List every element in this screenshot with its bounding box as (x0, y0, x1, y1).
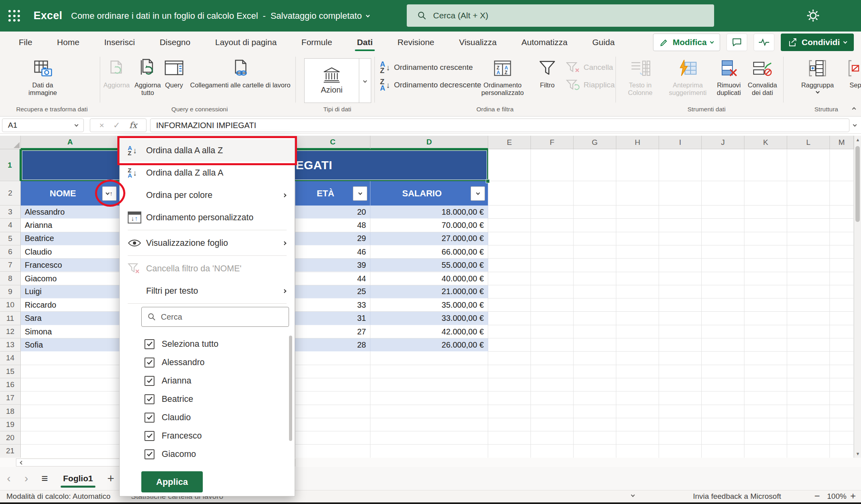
tab-file[interactable]: File (6, 32, 45, 53)
cell[interactable]: 21.000,00 € (370, 285, 488, 298)
workbook-links-button[interactable]: Collegamenti alle cartelle di lavoro (187, 57, 294, 89)
prev-sheet-icon[interactable]: ‹ (0, 472, 18, 485)
cell[interactable]: Beatrice (21, 232, 120, 245)
filter-checkbox-arianna[interactable]: Arianna (144, 372, 280, 390)
column-header-M[interactable]: M (830, 136, 854, 149)
cell[interactable]: 26.000,00 € (370, 338, 488, 352)
document-title[interactable]: Come ordinare i dati in un foglio di cal… (71, 11, 369, 21)
row-header-12[interactable]: 12 (0, 325, 21, 338)
cell[interactable]: 40.000,00 € (370, 272, 488, 285)
cell[interactable]: Simona (21, 325, 120, 338)
feedback-link[interactable]: Invia feedback a Microsoft (693, 492, 781, 501)
tab-formule[interactable]: Formule (289, 32, 344, 53)
row-header-9[interactable]: 9 (0, 285, 21, 298)
query-button[interactable]: Query (162, 57, 186, 89)
row-header-18[interactable]: 18 (0, 405, 21, 418)
mode-switcher-button[interactable]: Modifica (653, 34, 720, 51)
menu-item-ordina-dalla-z-alla-a[interactable]: ZA↓Ordina dalla Z alla A (120, 162, 295, 184)
cell[interactable]: 70.000,00 € (370, 219, 488, 232)
row-header-2[interactable]: 2 (0, 181, 21, 206)
column-header-F[interactable]: F (531, 136, 574, 149)
row-header-4[interactable]: 4 (0, 219, 21, 232)
column-header-H[interactable]: H (616, 136, 659, 149)
next-sheet-icon[interactable]: › (18, 472, 35, 485)
checkbox-checked-icon[interactable] (144, 376, 154, 386)
row-header-1[interactable]: 1 (0, 149, 21, 181)
row-header-16[interactable]: 16 (0, 378, 21, 391)
cell[interactable]: Giacomo (21, 272, 120, 285)
menu-item-visualizzazione-foglio[interactable]: Visualizzazione foglio (120, 232, 295, 254)
vertical-scroll-thumb[interactable] (855, 146, 860, 222)
column-header-A[interactable]: A (21, 136, 120, 149)
filter-checkbox-francesco[interactable]: Francesco (144, 427, 280, 445)
column-header-J[interactable]: J (702, 136, 744, 149)
zoom-in-button[interactable]: + (850, 490, 856, 502)
filter-list-scroll-thumb[interactable] (289, 336, 292, 441)
filter-search-input[interactable] (161, 312, 273, 322)
column-header-I[interactable]: I (659, 136, 702, 149)
remove-duplicates-button[interactable]: Rimuovi duplicati (714, 57, 744, 97)
app-launcher-icon[interactable] (6, 8, 22, 24)
menu-item-filtri-per-testo[interactable]: Filtri per testo (120, 280, 295, 302)
cell[interactable]: 33 (295, 298, 370, 312)
ungroup-button[interactable]: Sep (841, 57, 861, 89)
insert-function-icon[interactable]: fx (129, 121, 137, 130)
checkbox-checked-icon[interactable] (144, 449, 154, 459)
filter-checkbox-giacomo[interactable]: Giacomo (144, 445, 280, 463)
row-header-19[interactable]: 19 (0, 418, 21, 431)
cell[interactable]: 18.000,00 € (370, 206, 488, 219)
row-header-21[interactable]: 21 (0, 445, 21, 458)
sort-descending-button[interactable]: ZA↓ Ordinamento decrescente (380, 77, 481, 93)
zoom-out-button[interactable]: − (814, 490, 820, 502)
menu-item-ordina-per-colore[interactable]: Ordina per colore (120, 184, 295, 206)
vertical-scrollbar[interactable]: ▲ ▼ (854, 136, 861, 458)
filter-button[interactable]: Filtro (534, 57, 560, 89)
group-button[interactable]: Raggruppa (799, 57, 836, 93)
cell[interactable]: 29 (295, 232, 370, 245)
filter-checkbox-beatrice[interactable]: Beatrice (144, 390, 280, 408)
cell[interactable]: 35.000,00 € (370, 298, 488, 312)
cell[interactable]: Claudio (21, 245, 120, 259)
cell[interactable]: Sara (21, 312, 120, 325)
salario-filter-button[interactable] (471, 186, 485, 201)
cell[interactable]: 33.000,00 € (370, 312, 488, 325)
row-header-15[interactable]: 15 (0, 365, 21, 378)
column-header-C[interactable]: C (295, 136, 370, 149)
row-header-6[interactable]: 6 (0, 245, 21, 259)
app-name[interactable]: Excel (34, 10, 62, 22)
tab-disegno[interactable]: Disegno (147, 32, 203, 53)
calc-mode-status[interactable]: Modalità di calcolo: Automatico (6, 492, 111, 501)
fill-handle[interactable] (486, 179, 490, 183)
checkbox-checked-icon[interactable] (144, 394, 154, 404)
add-sheet-icon[interactable]: + (107, 472, 115, 485)
tab-home[interactable]: Home (45, 32, 92, 53)
row-header-7[interactable]: 7 (0, 259, 21, 272)
row-header-10[interactable]: 10 (0, 298, 21, 312)
filter-search-box[interactable] (141, 307, 289, 327)
search-bar[interactable]: Cerca (Alt + X) (407, 4, 714, 27)
row-header-8[interactable]: 8 (0, 272, 21, 285)
cell[interactable]: Francesco (21, 259, 120, 272)
filter-checkbox-alessandro[interactable]: Alessandro (144, 353, 280, 372)
cell[interactable]: 20 (295, 206, 370, 219)
tab-layout-di-pagina[interactable]: Layout di pagina (203, 32, 289, 53)
sort-ascending-button[interactable]: AZ↓ Ordinamento crescente (380, 60, 473, 75)
expand-formula-bar-icon[interactable] (853, 123, 857, 127)
column-header-G[interactable]: G (574, 136, 616, 149)
row-header-17[interactable]: 17 (0, 391, 21, 405)
column-header-K[interactable]: K (744, 136, 787, 149)
cell[interactable]: 28 (295, 338, 370, 352)
tab-dati[interactable]: Dati (344, 32, 385, 53)
menu-item-ordinamento-personalizzato[interactable]: ↓↑Ordinamento personalizzato (120, 206, 295, 229)
actions-gallery[interactable]: Azioni (304, 58, 371, 103)
cell[interactable]: 42.000,00 € (370, 325, 488, 338)
checkbox-checked-icon[interactable] (144, 358, 154, 368)
cell[interactable]: 55.000,00 € (370, 259, 488, 272)
checkbox-checked-icon[interactable] (144, 431, 154, 441)
cell[interactable]: Sofia (21, 338, 120, 352)
column-header-E[interactable]: E (488, 136, 531, 149)
sheet-tab-foglio1[interactable]: Foglio1 (57, 467, 99, 490)
checkbox-checked-icon[interactable] (144, 413, 154, 423)
cell[interactable]: 66.000,00 € (370, 245, 488, 259)
share-button[interactable]: Condividi (781, 34, 854, 51)
